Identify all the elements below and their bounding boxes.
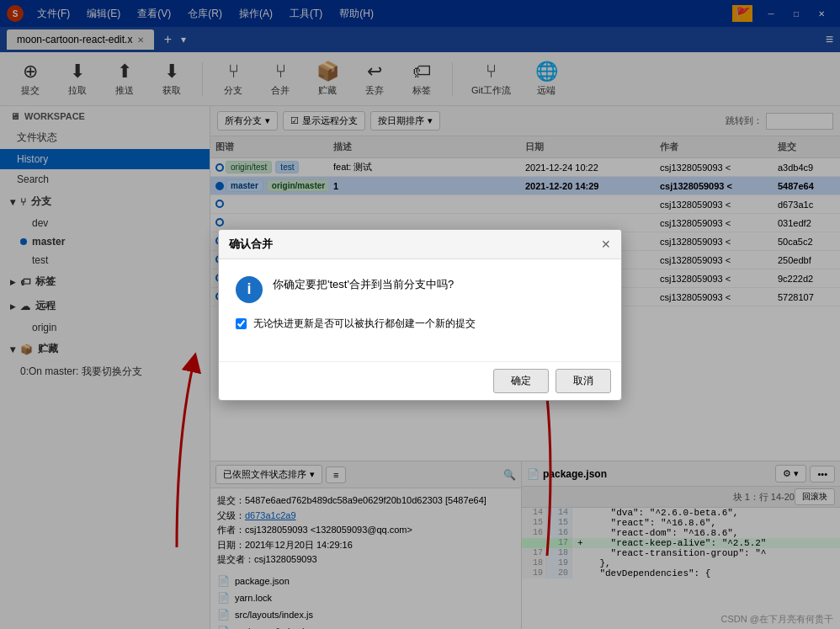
modal-overlay: 确认合并 ✕ i 你确定要把'test'合并到当前分支中吗? 无论快进更新是否可… [0, 0, 840, 629]
modal-body: i 你确定要把'test'合并到当前分支中吗? 无论快进更新是否可以被执行都创建… [219, 259, 621, 361]
merge-confirm-dialog: 确认合并 ✕ i 你确定要把'test'合并到当前分支中吗? 无论快进更新是否可… [218, 229, 622, 401]
modal-message: 你确定要把'test'合并到当前分支中吗? [273, 276, 454, 293]
modal-checkbox-row: 无论快进更新是否可以被执行都创建一个新的提交 [236, 317, 604, 331]
info-icon: i [236, 276, 263, 303]
create-commit-checkbox[interactable] [236, 318, 247, 329]
confirm-button[interactable]: 确定 [493, 369, 549, 393]
modal-close-button[interactable]: ✕ [601, 237, 611, 251]
cancel-button[interactable]: 取消 [556, 369, 611, 393]
modal-titlebar: 确认合并 ✕ [219, 230, 621, 259]
modal-info-row: i 你确定要把'test'合并到当前分支中吗? [236, 276, 604, 303]
modal-buttons: 确定 取消 [219, 361, 621, 400]
modal-title: 确认合并 [229, 237, 273, 252]
checkbox-label: 无论快进更新是否可以被执行都创建一个新的提交 [253, 317, 476, 331]
